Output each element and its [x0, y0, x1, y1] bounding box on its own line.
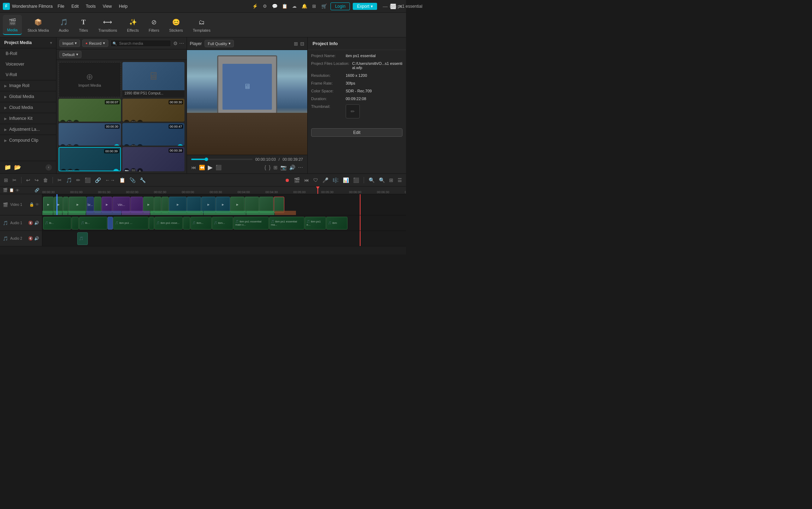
menu-help[interactable]: Help — [118, 2, 128, 10]
audio-clip-3[interactable]: 🎵 ib... — [79, 217, 107, 229]
video-clip-4[interactable]: ▶ — [69, 197, 86, 213]
track-content-video1[interactable]: ▶ ▶ ▶ br... ▶ Vin... ▶ ▶ ▶ — [42, 194, 406, 215]
bell-icon[interactable]: 🔔 — [301, 3, 308, 10]
media-plus-icon-clip3[interactable]: + — [137, 120, 143, 122]
tool-stickers[interactable]: 😊 Stickers — [165, 15, 187, 35]
import-media-placeholder[interactable]: ⊕ Import Media — [59, 62, 121, 97]
music-button[interactable]: 🎼 — [332, 176, 340, 184]
tool-filters[interactable]: ⊘ Filters — [144, 15, 163, 35]
quality-dropdown[interactable]: Full Quality ▾ — [205, 40, 234, 47]
nav-voiceover[interactable]: Voiceover — [0, 59, 56, 69]
video-clip-10[interactable]: ▶ — [143, 197, 154, 213]
tool-templates[interactable]: 🗂 Templates — [189, 15, 215, 35]
tool-transitions[interactable]: ⟷ Transitions — [94, 15, 121, 35]
delete-button[interactable]: 🗑 — [42, 176, 49, 184]
zoom-in-button[interactable]: 🔍 — [378, 176, 386, 184]
export-button[interactable]: Export ▾ — [353, 3, 377, 10]
group-adjustment[interactable]: ▶ Adjustment La... — [0, 124, 56, 135]
media-plus-icon-clip6[interactable]: + — [74, 169, 80, 171]
filter-icon[interactable]: ⚙ — [173, 41, 178, 46]
audio-clip-4[interactable] — [108, 217, 113, 229]
new-folder-icon[interactable]: 📂 — [14, 164, 21, 171]
menu-file[interactable]: File — [57, 2, 65, 10]
mark-in-icon[interactable]: { — [265, 165, 266, 170]
minimize-button[interactable]: — — [383, 4, 388, 9]
audio-clip-5[interactable]: 🎵 ibm ps1 ... — [113, 217, 149, 229]
progress-handle[interactable] — [205, 158, 208, 161]
media-add-icon-clip3[interactable]: 📷 — [124, 120, 129, 122]
media-options-icon-clip3[interactable]: ⬛ — [131, 120, 136, 122]
grid-icon[interactable]: ⊞ — [311, 3, 318, 10]
media-add-icon-clip6[interactable]: 📷 — [61, 169, 66, 171]
snap-button[interactable]: ⏮ — [303, 176, 310, 184]
video-clip-12[interactable] — [162, 197, 169, 213]
progress-bar[interactable] — [191, 159, 253, 160]
track-volume-icon[interactable]: 🔊 — [34, 221, 39, 225]
video-clip-15[interactable]: ▶ — [201, 197, 216, 213]
audio-clip-6[interactable] — [149, 217, 154, 229]
audio-clip-8[interactable] — [183, 217, 190, 229]
video-clip-18[interactable] — [245, 197, 259, 213]
track-lock-icon[interactable]: 🔒 — [29, 202, 34, 207]
video-clip-8[interactable]: Vin... — [113, 197, 130, 213]
media-add-icon-clip7[interactable]: 📷 — [124, 168, 129, 171]
menu-edit[interactable]: Edit — [71, 2, 80, 10]
media-item-clip7[interactable]: 00:00:38 📷 ⬛ + broll 6 — [122, 147, 185, 171]
clipboard-icon[interactable]: 📋 — [281, 3, 288, 10]
clip-insert-icon[interactable]: ⊞ — [273, 165, 278, 170]
color-button[interactable]: ⬛ — [352, 176, 360, 184]
track-content-audio1[interactable]: 🎵 ib... 🎵 ib... 🎵 ibm ps1 ... 🎵 ibm ps1 … — [42, 215, 406, 231]
protect-button[interactable]: 🛡 — [312, 176, 319, 184]
fix-button[interactable]: 🔧 — [139, 176, 147, 184]
media-options-icon-clip6[interactable]: ⬛ — [67, 169, 73, 171]
audio2-clip-1[interactable]: 🎵 — [77, 232, 88, 245]
settings-button[interactable]: ☰ — [396, 176, 403, 184]
audio-clip-2[interactable] — [72, 217, 79, 229]
audio-clip-1[interactable]: 🎵 ib... — [43, 217, 71, 229]
audio-clip-12[interactable]: 🎵 ibm ps1 essential ma... — [269, 217, 304, 229]
tool-audio[interactable]: 🎵 Audio — [55, 15, 73, 35]
group-compound-clip[interactable]: ▶ Compound Clip — [0, 135, 56, 146]
more-options-icon[interactable]: ⋯ — [179, 41, 184, 46]
media-item-clip5[interactable]: 00:00:47 ✓ 📷 ⬛ + broll 2 — [122, 123, 185, 146]
media-plus-icon-clip2[interactable]: + — [73, 120, 79, 122]
project-edit-button[interactable]: Edit — [311, 128, 402, 137]
audio-clip-11[interactable]: 🎵 ibm ps1 essential main v... — [234, 217, 269, 229]
chart-button[interactable]: 📊 — [342, 176, 350, 184]
play-button[interactable]: ▶ — [208, 164, 213, 171]
track-eye-icon[interactable]: 👁 — [35, 202, 39, 207]
attach-button[interactable]: 📎 — [128, 176, 137, 184]
audio-clip-7[interactable]: 🎵 ibm ps1 esse... — [154, 217, 183, 229]
group-global-media[interactable]: ▶ Global Media — [0, 91, 56, 102]
snapshot-icon[interactable]: 📷 — [280, 165, 286, 170]
video-clip-last[interactable] — [274, 197, 284, 213]
video-clip-2[interactable]: ▶ — [54, 197, 63, 213]
zoom-out-button[interactable]: 🔍 — [368, 176, 376, 184]
project-media-header[interactable]: Project Media ▾ — [0, 37, 56, 48]
media-plus-icon-clip4[interactable]: + — [73, 144, 79, 146]
menu-view[interactable]: View — [102, 2, 113, 10]
cart-icon[interactable]: 🛒 — [321, 3, 328, 10]
media-item-clip2[interactable]: 00:00:07 📷 ⬛ + 2024-12-29 14-04-31 ... — [59, 99, 121, 122]
media-options-icon-clip4[interactable]: ⬛ — [67, 144, 72, 146]
layout-button[interactable]: ⊞ — [388, 176, 394, 184]
redo-button[interactable]: ↪ — [34, 176, 40, 184]
audio-clip-10[interactable]: 🎵 ibm... — [212, 217, 233, 229]
media-add-icon-clip5[interactable]: 📷 — [124, 144, 129, 146]
link-button[interactable]: 🔗 — [94, 176, 102, 184]
import-button[interactable]: Import ▾ — [59, 39, 80, 47]
chat-icon[interactable]: 💬 — [271, 3, 278, 10]
split-button[interactable]: ←→ — [104, 176, 116, 184]
razor-tool[interactable]: ✂ — [11, 176, 18, 184]
video-clip-19[interactable] — [259, 197, 273, 213]
media-options-icon-clip2[interactable]: ⬛ — [67, 120, 72, 122]
tool-media[interactable]: 🎬 Media — [3, 15, 22, 35]
video-clip-6[interactable] — [94, 197, 101, 213]
video-clip-13[interactable]: ▶ — [169, 197, 187, 213]
video-clip-14[interactable] — [187, 197, 201, 213]
text-edit-button[interactable]: ✏ — [75, 176, 81, 184]
track-mute-icon-2[interactable]: 🔇 — [28, 236, 33, 241]
tool-effects[interactable]: ✨ Effects — [123, 15, 143, 35]
thumbnail-edit-button[interactable]: ✏ — [346, 104, 360, 118]
tool-stock-media[interactable]: 📦 Stock Media — [23, 15, 53, 35]
